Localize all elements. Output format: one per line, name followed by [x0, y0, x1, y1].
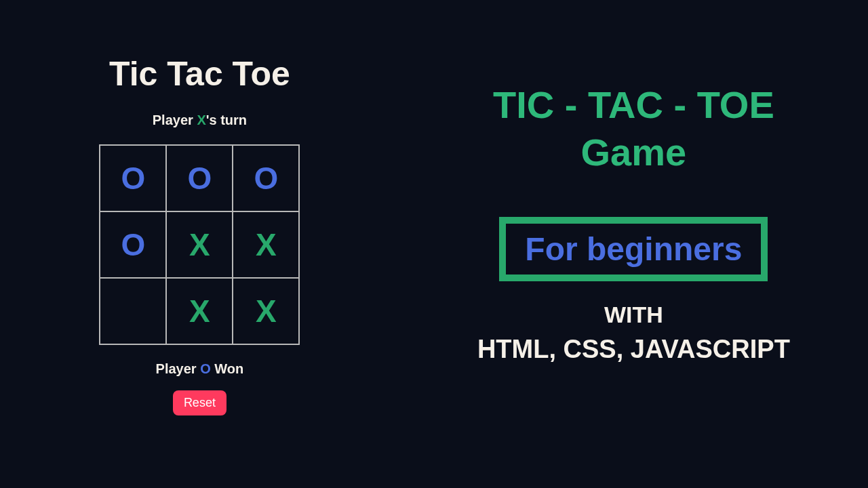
cell-0[interactable]: O — [100, 145, 166, 211]
cell-1[interactable]: O — [166, 145, 233, 211]
promo-title-line1: TIC - TAC - TOE — [493, 83, 774, 126]
reset-button[interactable]: Reset — [173, 390, 226, 415]
cell-3[interactable]: O — [100, 211, 166, 278]
with-label: WITH — [604, 302, 663, 328]
turn-prefix: Player — [153, 113, 197, 127]
game-board: O O O O X X X X — [99, 144, 300, 345]
badge-text: For beginners — [525, 230, 742, 268]
promo-title: TIC - TAC - TOE Game — [493, 81, 774, 176]
promo-panel: TIC - TAC - TOE Game For beginners WITH … — [399, 0, 868, 488]
game-status: Player O Won — [156, 361, 244, 377]
turn-suffix: 's turn — [206, 113, 247, 127]
status-prefix: Player — [156, 361, 201, 376]
tech-list: HTML, CSS, JAVASCRIPT — [477, 335, 790, 364]
game-title: Tic Tac Toe — [109, 54, 290, 94]
status-suffix: Won — [211, 361, 244, 376]
cell-4[interactable]: X — [166, 211, 233, 278]
cell-7[interactable]: X — [166, 278, 233, 344]
cell-8[interactable]: X — [233, 278, 299, 344]
game-panel: Tic Tac Toe Player X's turn O O O O X X … — [0, 0, 399, 488]
promo-title-line2: Game — [581, 131, 687, 174]
status-player: O — [200, 361, 211, 376]
beginners-badge: For beginners — [499, 217, 768, 281]
turn-player: X — [197, 113, 205, 127]
cell-2[interactable]: O — [233, 145, 299, 211]
cell-5[interactable]: X — [233, 211, 299, 278]
cell-6[interactable] — [100, 278, 166, 344]
turn-indicator: Player X's turn — [153, 113, 247, 128]
